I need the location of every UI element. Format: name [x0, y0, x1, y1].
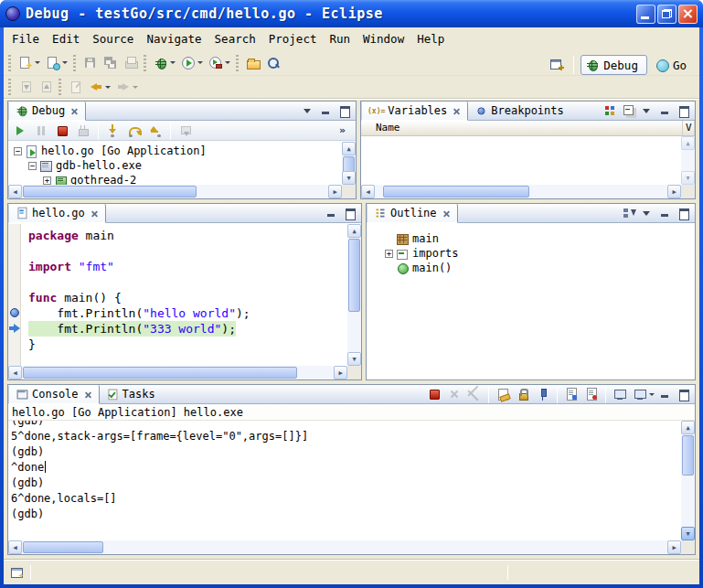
tab-variables[interactable]: (x)= Variables	[361, 102, 468, 121]
tab-breakpoints[interactable]: Breakpoints	[468, 102, 569, 120]
tab-debug[interactable]: Debug	[8, 102, 86, 121]
fast-view-button[interactable]	[7, 563, 26, 582]
close-tab-icon[interactable]	[453, 106, 462, 115]
scrollbar-thumb[interactable]	[23, 367, 297, 379]
column-header-value[interactable]: V	[683, 121, 695, 135]
code-line-4[interactable]	[28, 274, 347, 290]
resume-button[interactable]	[10, 122, 30, 140]
maximize-view-button[interactable]	[336, 102, 353, 119]
step-over-button[interactable]	[124, 122, 144, 140]
save-all-button[interactable]	[101, 52, 121, 74]
dropdown-arrow-icon[interactable]	[105, 86, 111, 89]
display-console-button[interactable]	[610, 386, 630, 403]
code-line-3[interactable]: import "fmt"	[28, 259, 347, 274]
scroll-up-button[interactable]	[342, 142, 356, 155]
collapse-all-button[interactable]	[621, 102, 637, 119]
open-console-button[interactable]	[630, 386, 657, 403]
save-button[interactable]	[80, 52, 101, 74]
menu-window[interactable]: Window	[357, 29, 410, 48]
previous-annotation-button[interactable]	[36, 76, 56, 98]
print-button[interactable]	[121, 52, 141, 74]
tree-item-main[interactable]: main()	[381, 261, 695, 275]
forward-button[interactable]	[113, 76, 141, 98]
minimize-view-button[interactable]	[324, 205, 340, 221]
scrollbar-thumb[interactable]	[383, 186, 529, 198]
pin-console-button[interactable]	[533, 386, 553, 403]
expand-toggle-icon[interactable]: +	[385, 250, 393, 258]
scroll-up-button[interactable]	[681, 421, 695, 434]
scroll-down-button[interactable]	[342, 171, 356, 185]
collapse-toggle-icon[interactable]: −	[14, 147, 22, 155]
close-tab-icon[interactable]	[90, 208, 99, 218]
open-perspective-button[interactable]	[547, 54, 567, 76]
scroll-down-button[interactable]	[347, 352, 361, 366]
dropdown-arrow-icon[interactable]	[133, 86, 138, 89]
menu-edit[interactable]: Edit	[46, 29, 86, 48]
menu-help[interactable]: Help	[410, 29, 451, 48]
menu-source[interactable]: Source	[86, 29, 140, 48]
editor-content[interactable]: package mainimport "fmt"func main() { fm…	[8, 224, 347, 366]
tab-outline[interactable]: Outline	[367, 204, 458, 223]
menu-project[interactable]: Project	[262, 29, 324, 48]
search-button[interactable]	[263, 52, 283, 74]
close-tab-icon[interactable]	[442, 208, 451, 218]
tree-item-gothread-2[interactable]: +gothread-2	[10, 173, 342, 185]
maximize-view-button[interactable]	[676, 102, 692, 119]
scroll-right-button[interactable]	[334, 366, 347, 380]
instruction-pointer-icon[interactable]	[9, 324, 20, 333]
menu-search[interactable]: Search	[208, 29, 262, 48]
scroll-left-button[interactable]	[361, 185, 375, 198]
restore-window-button[interactable]	[657, 5, 676, 24]
console-content[interactable]: (gdb)5^done,stack-args=[frame={level="0"…	[8, 421, 681, 540]
view-menu-button[interactable]	[639, 102, 655, 119]
scroll-right-button[interactable]	[328, 185, 342, 198]
scroll-lock-button[interactable]	[513, 386, 533, 403]
dropdown-arrow-icon[interactable]	[35, 61, 40, 64]
view-menu-button[interactable]	[300, 102, 316, 119]
scroll-down-button[interactable]	[681, 527, 695, 540]
debug-vertical-scrollbar[interactable]	[342, 142, 356, 185]
menu-file[interactable]: File	[5, 29, 46, 48]
variables-horizontal-scrollbar[interactable]	[361, 185, 681, 198]
dropdown-arrow-icon[interactable]	[170, 61, 176, 64]
view-menu-button[interactable]	[639, 205, 655, 221]
tree-item-hello-go-go-application[interactable]: −hello.go [Go Application]	[10, 144, 342, 158]
column-header-name[interactable]: Name	[361, 121, 683, 135]
code-line-1[interactable]: package main	[28, 228, 347, 243]
disconnect-button[interactable]	[73, 122, 93, 140]
close-window-button[interactable]	[678, 5, 698, 24]
scroll-left-button[interactable]	[8, 366, 22, 380]
dropdown-arrow-icon[interactable]	[62, 61, 68, 64]
breakpoint-icon[interactable]	[10, 308, 19, 317]
minimize-view-button[interactable]	[657, 386, 674, 402]
collapse-toggle-icon[interactable]: −	[28, 162, 37, 170]
step-into-button[interactable]	[103, 122, 123, 140]
scroll-up-button[interactable]	[347, 224, 361, 238]
maximize-view-button[interactable]	[342, 205, 358, 221]
toolbar-overflow-button[interactable]	[334, 122, 354, 140]
scroll-right-button[interactable]	[667, 540, 681, 554]
console-horizontal-scrollbar[interactable]	[8, 540, 681, 554]
scroll-left-button[interactable]	[8, 540, 22, 554]
tree-item-main[interactable]: main	[381, 231, 695, 246]
clear-console-button[interactable]	[493, 386, 513, 403]
close-tab-icon[interactable]	[70, 106, 80, 115]
tree-item-imports[interactable]: +imports	[381, 246, 695, 261]
perspective-debug-button[interactable]: Debug	[581, 55, 647, 75]
scroll-down-button[interactable]	[681, 171, 695, 185]
code-line-5[interactable]: func main() {	[28, 290, 347, 305]
maximize-view-button[interactable]	[676, 205, 692, 221]
remove-launch-button[interactable]	[444, 386, 464, 403]
scroll-left-button[interactable]	[8, 185, 22, 198]
new-go-element-button[interactable]	[43, 52, 70, 74]
back-button[interactable]	[86, 76, 113, 98]
minimize-window-button[interactable]	[636, 5, 655, 24]
dropdown-arrow-icon[interactable]	[225, 61, 230, 64]
scrollbar-thumb[interactable]	[23, 186, 197, 198]
expand-toggle-icon[interactable]: +	[43, 176, 51, 185]
title-bar[interactable]: Debug - testGo/src/cmd/hello.go - Eclips…	[0, 0, 703, 27]
debug-menu-button[interactable]	[151, 52, 178, 74]
dropdown-arrow-icon[interactable]	[197, 61, 203, 64]
scroll-up-button[interactable]	[681, 136, 695, 150]
remove-all-launches-button[interactable]	[464, 386, 485, 403]
